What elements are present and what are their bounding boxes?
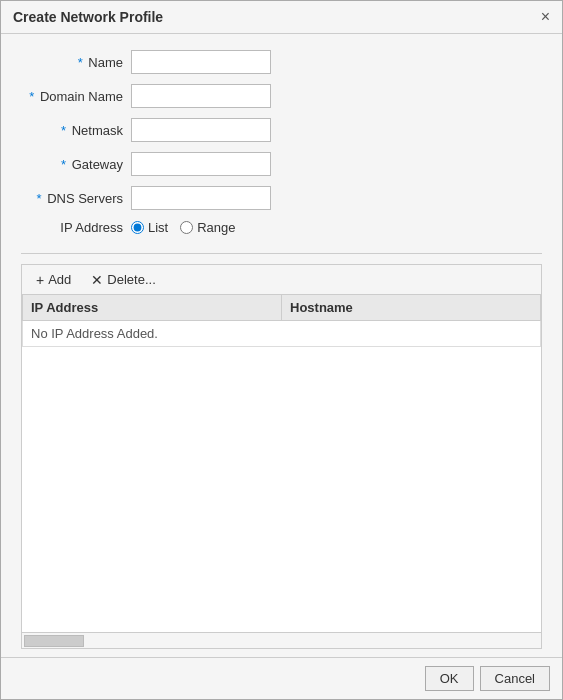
netmask-input[interactable] [131,118,271,142]
ok-button[interactable]: OK [425,666,474,691]
table-container: + Add ✕ Delete... IP Address Hostname [21,264,542,649]
ip-address-row: IP Address List Range [21,220,542,235]
add-button[interactable]: + Add [28,269,79,290]
add-label: Add [48,272,71,287]
name-required-star: * [78,55,83,70]
dialog-title: Create Network Profile [13,9,163,25]
domain-name-required-star: * [29,89,34,104]
dns-servers-input[interactable] [131,186,271,210]
gateway-label: * Gateway [21,157,131,172]
table-toolbar: + Add ✕ Delete... [21,264,542,294]
netmask-row: * Netmask [21,118,542,142]
radio-list-input[interactable] [131,221,144,234]
netmask-required-star: * [61,123,66,138]
delete-button[interactable]: ✕ Delete... [83,269,163,290]
close-button[interactable]: × [541,9,550,25]
name-label: * Name [21,55,131,70]
gateway-row: * Gateway [21,152,542,176]
gateway-input[interactable] [131,152,271,176]
domain-name-row: * Domain Name [21,84,542,108]
delete-icon: ✕ [91,273,103,287]
name-input[interactable] [131,50,271,74]
table-empty-row: No IP Address Added. [23,321,541,347]
col-hostname: Hostname [282,295,541,321]
horizontal-scrollbar-thumb[interactable] [24,635,84,647]
create-network-profile-dialog: Create Network Profile × * Name * Domain… [0,0,563,700]
name-row: * Name [21,50,542,74]
table-scroll: IP Address Hostname No IP Address Added. [21,294,542,633]
dialog-body: * Name * Domain Name * Netmask * [1,34,562,657]
table-header-row: IP Address Hostname [23,295,541,321]
dns-servers-label: * DNS Servers [21,191,131,206]
ip-address-table: IP Address Hostname No IP Address Added. [22,294,541,347]
table-footer-bar [21,633,542,649]
radio-range-option[interactable]: Range [180,220,235,235]
radio-range-input[interactable] [180,221,193,234]
netmask-label: * Netmask [21,123,131,138]
empty-message: No IP Address Added. [23,321,541,347]
dns-servers-required-star: * [36,191,41,206]
col-ip-address: IP Address [23,295,282,321]
ip-address-label: IP Address [21,220,131,235]
dns-servers-row: * DNS Servers [21,186,542,210]
delete-label: Delete... [107,272,155,287]
radio-range-label: Range [197,220,235,235]
domain-name-label: * Domain Name [21,89,131,104]
ip-address-radio-group: List Range [131,220,236,235]
dialog-footer: OK Cancel [1,657,562,699]
separator [21,253,542,254]
gateway-required-star: * [61,157,66,172]
cancel-button[interactable]: Cancel [480,666,550,691]
radio-list-label: List [148,220,168,235]
dialog-header: Create Network Profile × [1,1,562,34]
domain-name-input[interactable] [131,84,271,108]
radio-list-option[interactable]: List [131,220,168,235]
add-icon: + [36,273,44,287]
